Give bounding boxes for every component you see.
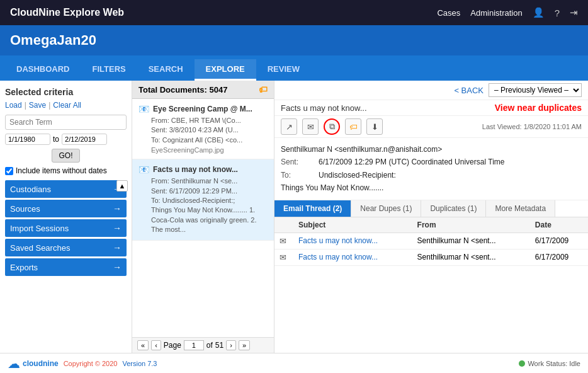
footer-left: ☁ cloudnine Copyright © 2020 Version 7.3 [8, 356, 157, 371]
first-page-button[interactable]: « [137, 340, 149, 350]
email-from-row: Senthilkumar N <senthilkumar.n@anishait.… [281, 143, 582, 156]
doc-email-icon-1: 📧 [139, 104, 149, 114]
exports-label: Exports [10, 263, 38, 272]
top-nav: CloudNine Explore Web Cases Administrati… [0, 0, 588, 25]
load-link[interactable]: Load [5, 101, 22, 110]
email-sent-value: 6/17/2009 12:29 PM (UTC) Coordinated Uni… [319, 156, 504, 168]
near-duplicates-icon[interactable]: ⧉ [324, 118, 340, 135]
sidebar-collapse-icon[interactable]: ▲ [116, 180, 128, 192]
email-to-row: To: Undisclosed-Recipient: [281, 169, 582, 181]
search-input[interactable] [5, 115, 127, 130]
col-from-header: From [412, 217, 530, 233]
doc-item-1-header: 📧 Eye Screening Camp @ M... [139, 104, 268, 114]
tag-tool-icon[interactable]: 🏷 [345, 118, 361, 135]
sep2: | [48, 101, 50, 110]
open-external-icon[interactable]: ↗ [281, 118, 297, 135]
include-without-dates-checkbox[interactable] [5, 167, 13, 175]
email-thread-table: Subject From Date ✉ Facts u may not know… [274, 217, 588, 266]
doc-item-2[interactable]: 📧 Facts u may not know... From: Senthilk… [132, 159, 274, 240]
row2-subject-link[interactable]: Facts u may not know... [298, 253, 378, 261]
email-icon[interactable]: ✉ [302, 118, 319, 135]
import-sessions-arrow-icon: → [113, 223, 122, 233]
col-subject-header: Subject [293, 217, 412, 233]
cases-link[interactable]: Cases [437, 8, 460, 18]
sources-label: Sources [10, 204, 40, 214]
project-bar: OmegaJan20 [0, 25, 588, 55]
tab-explore[interactable]: EXPLORE [195, 59, 256, 81]
row1-from-cell: Senthilkumar N <sent... [412, 232, 530, 249]
page-number-input[interactable] [184, 340, 204, 350]
email-sent-label: Sent: [281, 156, 319, 168]
sidebar-items-wrapper: Custodians → Sources → Import Sessions →… [5, 180, 127, 276]
total-docs-label: Total Documents: 5047 [139, 85, 227, 95]
import-sessions-label: Import Sessions [10, 224, 69, 233]
tab-search[interactable]: SEARCH [137, 59, 195, 81]
user-icon[interactable]: 👤 [533, 7, 545, 18]
sidebar-item-import-sessions[interactable]: Import Sessions → [5, 219, 127, 237]
next-page-button[interactable]: › [226, 340, 236, 350]
help-icon[interactable]: ? [555, 8, 560, 18]
sources-arrow-icon: → [113, 204, 122, 214]
previously-viewed-select[interactable]: – Previously Viewed – [489, 83, 582, 97]
date-from-input[interactable] [5, 134, 50, 145]
doc-list: 📧 Eye Screening Camp @ M... From: CBE, H… [132, 99, 274, 337]
tab-dashboard[interactable]: DASHBOARD [5, 59, 81, 81]
clear-all-link[interactable]: Clear All [53, 101, 81, 110]
tab-duplicates[interactable]: Duplicates (1) [421, 200, 486, 217]
doc-title-2: Facts u may not know... [153, 165, 238, 174]
table-row: ✉ Facts u may not know... Senthilkumar N… [274, 232, 588, 249]
col-icon-header [274, 217, 293, 233]
project-name: OmegaJan20 [10, 32, 96, 49]
tab-more-metadata[interactable]: More Metadata [486, 200, 555, 217]
sidebar-item-custodians[interactable]: Custodians → [5, 180, 127, 198]
save-link[interactable]: Save [29, 101, 46, 110]
email-tabs: Email Thread (2) Near Dupes (1) Duplicat… [274, 200, 588, 217]
row2-subject-cell: Facts u may not know... [293, 249, 412, 265]
tab-near-dupes[interactable]: Near Dupes (1) [351, 200, 421, 217]
email-to-value: Undisclosed-Recipient: [319, 169, 396, 181]
table-row: ✉ Facts u may not know... Senthilkumar N… [274, 249, 588, 265]
prev-page-button[interactable]: ‹ [151, 340, 161, 350]
tab-bar: DASHBOARD FILTERS SEARCH EXPLORE REVIEW [0, 55, 588, 81]
footer-right: Work Status: Idle [519, 360, 580, 367]
detail-subject: Facts u may not know... [281, 103, 490, 113]
sidebar-item-saved-searches[interactable]: Saved Searches → [5, 239, 127, 256]
tab-email-thread[interactable]: Email Thread (2) [274, 200, 351, 217]
footer-copyright: Copyright © 2020 [64, 360, 118, 367]
footer-brand: cloudnine [23, 359, 59, 368]
download-icon[interactable]: ⬇ [366, 118, 383, 135]
sidebar-item-sources[interactable]: Sources → [5, 200, 127, 217]
doc-item-2-header: 📧 Facts u may not know... [139, 164, 268, 175]
tag-icon[interactable]: 🏷 [259, 84, 268, 95]
app-title: CloudNine Explore Web [10, 7, 124, 18]
row2-from-cell: Senthilkumar N <sent... [412, 249, 530, 265]
date-to-input[interactable] [62, 134, 107, 145]
footer: ☁ cloudnine Copyright © 2020 Version 7.3… [0, 353, 588, 373]
sep1: | [25, 101, 26, 110]
detail-toolbar: ↗ ✉ ⧉ 🏷 ⬇ Last Viewed: 1/8/2020 11:01 AM [274, 116, 588, 138]
back-link[interactable]: < BACK [454, 86, 483, 95]
logout-icon[interactable]: ⇥ [570, 7, 578, 18]
work-status-text: Work Status: Idle [528, 360, 580, 367]
row1-email-icon: ✉ [280, 236, 286, 246]
view-near-duplicates-label: View near duplicates [495, 103, 582, 113]
include-without-dates-row: Include items without dates [5, 166, 127, 175]
footer-version: Version 7.3 [122, 360, 157, 367]
middle-header: Total Documents: 5047 🏷 [132, 81, 274, 99]
doc-title-1: Eye Screening Camp @ M... [153, 105, 252, 113]
go-button[interactable]: GO! [52, 149, 79, 163]
doc-item-1[interactable]: 📧 Eye Screening Camp @ M... From: CBE, H… [132, 99, 274, 159]
top-nav-right: Cases Administration 👤 ? ⇥ [437, 7, 578, 18]
last-page-button[interactable]: » [239, 340, 250, 350]
row2-icon-cell: ✉ [274, 249, 293, 265]
saved-searches-label: Saved Searches [10, 243, 70, 253]
tab-filters[interactable]: FILTERS [81, 59, 137, 81]
doc-attachment-1: EyeScreeningCamp.jpg [151, 146, 268, 154]
main-content: Selected criteria Load | Save | Clear Al… [0, 81, 588, 353]
sidebar-item-exports[interactable]: Exports → [5, 258, 127, 276]
date-to-label: to [53, 135, 59, 144]
tab-review[interactable]: REVIEW [256, 59, 311, 81]
pagination: « ‹ Page of 51 › » [132, 337, 274, 353]
row1-subject-link[interactable]: Facts u may not know... [298, 236, 378, 245]
admin-link[interactable]: Administration [470, 8, 522, 18]
